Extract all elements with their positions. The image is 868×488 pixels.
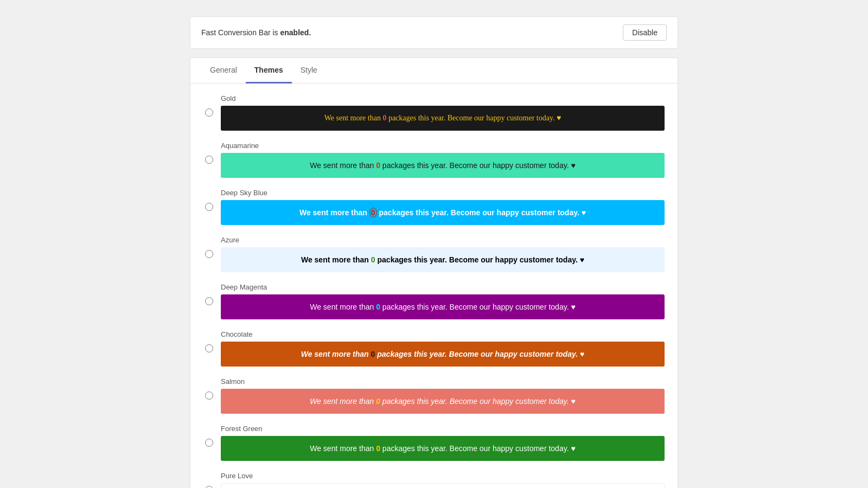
radio-azure[interactable] xyxy=(205,250,213,258)
main-card: General Themes Style GoldWe sent more th… xyxy=(190,57,678,488)
theme-name-forest-green: Forest Green xyxy=(221,425,665,433)
theme-row-chocolate: ChocolateWe sent more than 0 packages th… xyxy=(203,330,665,367)
theme-name-pure-love: Pure Love xyxy=(221,472,665,480)
theme-name-deep-sky-blue: Deep Sky Blue xyxy=(221,189,665,197)
theme-bar-pure-love[interactable]: We sent more than 0 packages this year. … xyxy=(221,483,665,488)
theme-bar-salmon[interactable]: We sent more than 0 packages this year. … xyxy=(221,389,665,414)
tab-themes[interactable]: Themes xyxy=(246,58,292,84)
radio-salmon[interactable] xyxy=(205,391,213,400)
theme-name-aquamarine: Aquamarine xyxy=(221,142,665,150)
theme-row-forest-green: Forest GreenWe sent more than 0 packages… xyxy=(203,425,665,461)
disable-button[interactable]: Disable xyxy=(623,24,667,41)
page-wrapper: Fast Conversion Bar is enabled. Disable … xyxy=(190,16,678,488)
theme-bar-forest-green[interactable]: We sent more than 0 packages this year. … xyxy=(221,436,665,461)
theme-name-deep-magenta: Deep Magenta xyxy=(221,283,665,291)
status-bar: Fast Conversion Bar is enabled. Disable xyxy=(190,16,678,49)
theme-bar-deep-magenta[interactable]: We sent more than 0 packages this year. … xyxy=(221,294,665,319)
theme-row-deep-magenta: Deep MagentaWe sent more than 0 packages… xyxy=(203,283,665,319)
radio-chocolate[interactable] xyxy=(205,344,213,352)
radio-pure-love[interactable] xyxy=(205,486,213,488)
theme-name-chocolate: Chocolate xyxy=(221,330,665,338)
tab-general[interactable]: General xyxy=(201,58,246,84)
status-word: enabled. xyxy=(280,28,311,37)
radio-deep-sky-blue[interactable] xyxy=(205,203,213,211)
theme-row-aquamarine: AquamarineWe sent more than 0 packages t… xyxy=(203,142,665,178)
theme-bar-gold[interactable]: We sent more than 0 packages this year. … xyxy=(221,106,665,131)
theme-row-pure-love: Pure LoveWe sent more than 0 packages th… xyxy=(203,472,665,488)
radio-forest-green[interactable] xyxy=(205,439,213,447)
radio-gold[interactable] xyxy=(205,108,213,117)
radio-aquamarine[interactable] xyxy=(205,156,213,164)
theme-row-deep-sky-blue: Deep Sky BlueWe sent more than 0 package… xyxy=(203,189,665,225)
theme-row-azure: AzureWe sent more than 0 packages this y… xyxy=(203,236,665,272)
tabs-container: General Themes Style xyxy=(190,58,678,84)
theme-name-salmon: Salmon xyxy=(221,377,665,386)
theme-bar-aquamarine[interactable]: We sent more than 0 packages this year. … xyxy=(221,153,665,178)
themes-content: GoldWe sent more than 0 packages this ye… xyxy=(190,84,678,488)
status-text: Fast Conversion Bar is enabled. xyxy=(201,28,311,37)
status-prefix: Fast Conversion Bar is xyxy=(201,28,280,37)
theme-row-gold: GoldWe sent more than 0 packages this ye… xyxy=(203,94,665,131)
radio-deep-magenta[interactable] xyxy=(205,297,213,305)
theme-row-salmon: SalmonWe sent more than 0 packages this … xyxy=(203,377,665,414)
theme-bar-chocolate[interactable]: We sent more than 0 packages this year. … xyxy=(221,342,665,367)
tab-style[interactable]: Style xyxy=(292,58,326,84)
theme-bar-azure[interactable]: We sent more than 0 packages this year. … xyxy=(221,247,665,272)
theme-name-azure: Azure xyxy=(221,236,665,244)
theme-name-gold: Gold xyxy=(221,94,665,102)
theme-bar-deep-sky-blue[interactable]: We sent more than 0 packages this year. … xyxy=(221,200,665,225)
